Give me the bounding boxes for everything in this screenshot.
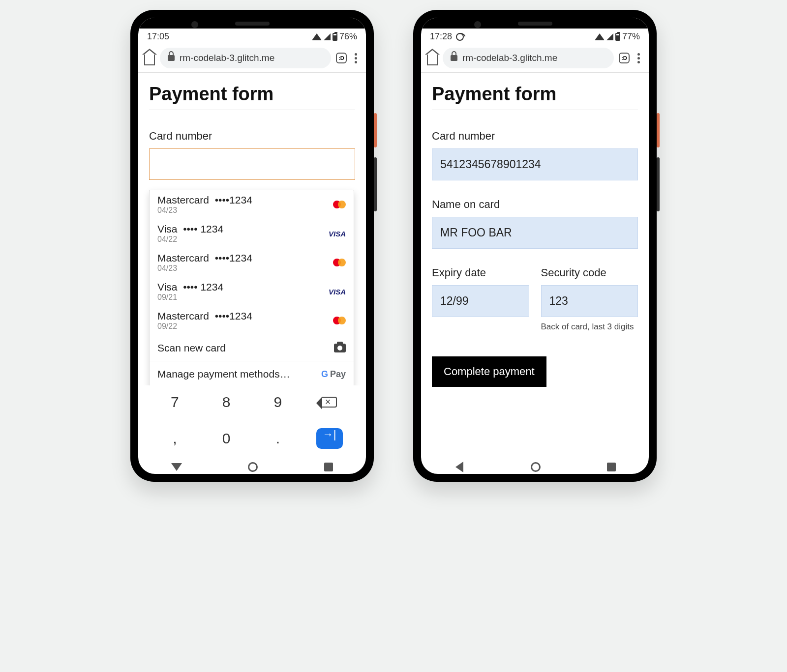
status-time: 17:28: [430, 31, 452, 42]
omnibox[interactable]: rm-codelab-3.glitch.me: [160, 48, 331, 68]
chrome-toolbar: rm-codelab-3.glitch.me :D: [421, 44, 649, 73]
status-time: 17:05: [147, 31, 169, 42]
lock-icon: [451, 55, 457, 61]
expiry-label: Expiry date: [432, 266, 529, 279]
battery-percent: 77%: [622, 31, 640, 42]
page-title: Payment form: [149, 84, 355, 110]
autofill-card-option[interactable]: Visa •••• 1234 09/21 VISA: [150, 277, 354, 306]
key-8[interactable]: 8: [201, 390, 252, 414]
expiry-input[interactable]: 12/99: [432, 285, 529, 317]
name-on-card-label: Name on card: [432, 198, 638, 211]
menu-button[interactable]: [635, 53, 643, 63]
lock-icon: [168, 55, 175, 61]
url-text: rm-codelab-3.glitch.me: [462, 53, 557, 63]
nav-recent[interactable]: [607, 463, 616, 471]
backspace-icon: [322, 397, 337, 408]
nav-bar: [138, 457, 366, 474]
screen: 17:05 76% rm-codelab-3.glitch.me :D Paym…: [138, 18, 366, 474]
battery-percent: 76%: [339, 31, 357, 42]
screen: 17:28 77% rm-codelab-3.glitch.me :D Paym…: [421, 18, 649, 474]
tabs-button[interactable]: :D: [619, 53, 630, 63]
tabs-button[interactable]: :D: [336, 53, 347, 63]
data-saver-icon: [456, 33, 464, 41]
signal-icon: [606, 33, 613, 40]
key-0[interactable]: 0: [201, 427, 252, 450]
mastercard-icon: [333, 316, 346, 325]
numeric-keypad: 7 8 9 , 0 . →|: [138, 385, 366, 457]
phone-right: 17:28 77% rm-codelab-3.glitch.me :D Paym…: [413, 10, 657, 482]
battery-icon: [615, 33, 620, 41]
phone-left: 17:05 76% rm-codelab-3.glitch.me :D Paym…: [130, 10, 374, 482]
omnibox[interactable]: rm-codelab-3.glitch.me: [443, 48, 614, 68]
nav-recent[interactable]: [324, 463, 333, 471]
key-7[interactable]: 7: [149, 390, 201, 414]
nav-home[interactable]: [248, 462, 258, 472]
security-code-input[interactable]: 123: [541, 285, 638, 317]
name-on-card-input[interactable]: MR FOO BAR: [432, 217, 638, 249]
mastercard-icon: [333, 258, 346, 267]
nav-home[interactable]: [531, 462, 541, 472]
page-title: Payment form: [432, 84, 638, 110]
visa-icon: VISA: [329, 230, 346, 238]
card-number-label: Card number: [149, 130, 355, 143]
mastercard-icon: [333, 200, 346, 209]
complete-payment-button[interactable]: Complete payment: [432, 356, 546, 387]
autofill-card-option[interactable]: Mastercard ••••1234 04/23: [150, 190, 354, 219]
battery-icon: [333, 33, 337, 41]
scan-new-card-option[interactable]: Scan new card: [150, 335, 354, 361]
visa-icon: VISA: [329, 288, 346, 296]
url-text: rm-codelab-3.glitch.me: [180, 53, 274, 63]
home-icon[interactable]: [144, 55, 155, 65]
key-9[interactable]: 9: [252, 390, 304, 414]
key-period[interactable]: .: [252, 427, 304, 450]
signal-icon: [324, 33, 331, 40]
menu-button[interactable]: [352, 53, 360, 63]
nav-back[interactable]: [455, 462, 463, 472]
security-code-label: Security code: [541, 266, 638, 279]
gpay-icon: G Pay: [321, 369, 346, 380]
autofill-card-option[interactable]: Mastercard ••••1234 09/22: [150, 306, 354, 335]
wifi-icon: [595, 33, 605, 40]
manage-payment-methods-option[interactable]: Manage payment methods… G Pay: [150, 361, 354, 385]
key-comma[interactable]: ,: [149, 427, 201, 450]
home-icon[interactable]: [427, 55, 438, 65]
key-go[interactable]: →|: [303, 427, 355, 450]
security-code-help: Back of card, last 3 digits: [541, 322, 638, 332]
camera-icon: [334, 344, 346, 352]
wifi-icon: [312, 33, 322, 40]
nav-back[interactable]: [171, 463, 182, 471]
autofill-dropdown: Mastercard ••••1234 04/23 Visa •••• 1234…: [149, 190, 354, 385]
status-bar: 17:05 76%: [138, 29, 366, 44]
card-number-input[interactable]: 5412345678901234: [432, 148, 638, 180]
card-number-label: Card number: [432, 130, 638, 143]
chrome-toolbar: rm-codelab-3.glitch.me :D: [138, 44, 366, 73]
nav-bar: [421, 457, 649, 474]
status-bar: 17:28 77%: [421, 29, 649, 44]
card-number-input[interactable]: [149, 148, 355, 180]
autofill-card-option[interactable]: Mastercard ••••1234 04/23: [150, 248, 354, 277]
key-backspace[interactable]: [303, 390, 355, 414]
autofill-card-option[interactable]: Visa •••• 1234 04/22 VISA: [150, 219, 354, 248]
